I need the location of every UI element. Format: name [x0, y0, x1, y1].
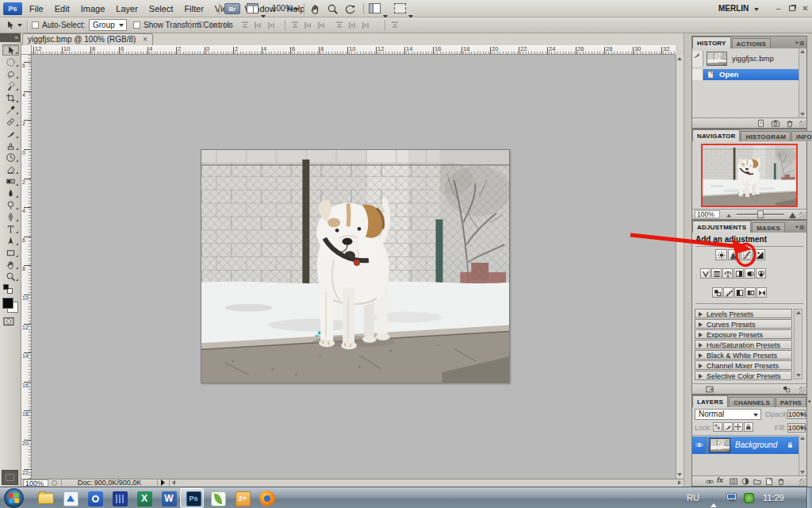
status-zoom-field[interactable]: 100%: [23, 479, 48, 487]
document-tab[interactable]: yiggfjsc.bmp @ 100% (RGB/8) ×: [22, 33, 153, 45]
arrange-documents-icon[interactable]: [247, 3, 259, 13]
invert-adjustment-icon[interactable]: [712, 287, 722, 298]
fill-field[interactable]: 100%: [787, 423, 806, 433]
layer-group-icon[interactable]: [753, 477, 763, 486]
vibrance-adjustment-icon[interactable]: [700, 268, 710, 279]
gradient-map-adjustment-icon[interactable]: [745, 287, 756, 298]
new-document-from-state-icon[interactable]: [756, 119, 767, 128]
tray-clock[interactable]: 11:29: [763, 493, 784, 502]
exposure-adjustment-icon[interactable]: [753, 249, 765, 260]
tab-layers[interactable]: LAYERS: [692, 395, 728, 407]
panel-menu-icon[interactable]: [795, 225, 805, 230]
channel-mixer-adjustment-icon[interactable]: [756, 268, 766, 279]
vertical-scrollbar[interactable]: [676, 55, 684, 479]
photo-filter-adjustment-icon[interactable]: [745, 268, 755, 279]
auto-select-checkbox[interactable]: [32, 21, 39, 29]
preset-4[interactable]: Hue/Saturation Presets: [695, 340, 792, 349]
history-brush-slot[interactable]: [692, 51, 703, 67]
levels-adjustment-icon[interactable]: [728, 249, 740, 260]
rotate-view-icon[interactable]: [344, 3, 356, 15]
taskbar-app-photo-organizer[interactable]: 2+: [233, 490, 252, 507]
antivirus-tray-icon[interactable]: [744, 493, 754, 503]
taskbar-app-nature-app[interactable]: [209, 490, 228, 507]
tool-blur[interactable]: [2, 187, 19, 198]
preset-5[interactable]: Black & White Presets: [695, 350, 792, 360]
tool-rectangle[interactable]: [2, 247, 19, 258]
default-colors-icon[interactable]: [3, 284, 13, 294]
curves-adjustment-icon[interactable]: [741, 249, 753, 260]
navigator-zoom-field[interactable]: 100%: [695, 210, 720, 218]
layer-mask-icon[interactable]: [729, 477, 739, 486]
close-button[interactable]: ✕: [799, 2, 811, 15]
tab-channels[interactable]: CHANNELS: [729, 397, 775, 407]
hidden-icons-button[interactable]: [710, 496, 717, 508]
hand-tool-icon[interactable]: [309, 3, 321, 15]
document-close-icon[interactable]: ×: [143, 35, 147, 44]
group-select[interactable]: Group: [89, 19, 127, 31]
zoom-level-dropdown[interactable]: 100%: [272, 0, 299, 17]
taskbar-app-disc-tool[interactable]: [86, 490, 105, 507]
screen-mode-icon[interactable]: [394, 3, 406, 13]
tool-healing[interactable]: [2, 116, 19, 127]
taskbar-app-explorer[interactable]: [36, 490, 56, 507]
navigator-zoom-thumb[interactable]: [757, 210, 764, 218]
tab-adjustments[interactable]: ADJUSTMENTS: [692, 221, 751, 233]
lock-pixels-icon[interactable]: [723, 422, 733, 432]
tool-brush[interactable]: [2, 128, 19, 139]
lock-position-icon[interactable]: [733, 422, 743, 432]
show-transform-checkbox[interactable]: [133, 21, 140, 29]
view-extras-icon[interactable]: [369, 3, 381, 13]
expanded-view-icon[interactable]: [705, 385, 715, 394]
horizontal-scrollbar[interactable]: [169, 479, 684, 487]
threshold-adjustment-icon[interactable]: [734, 287, 745, 298]
bridge-icon[interactable]: Br: [224, 3, 240, 14]
new-layer-icon[interactable]: [764, 477, 775, 486]
history-brush-slot[interactable]: [692, 69, 703, 80]
opacity-field[interactable]: 100%: [787, 410, 806, 419]
zoom-out-icon[interactable]: [726, 211, 733, 218]
tool-history-brush[interactable]: [2, 152, 19, 163]
display-tray-icon[interactable]: [726, 493, 737, 502]
tab-masks[interactable]: MASKS: [752, 222, 785, 233]
taskbar-app-firefox[interactable]: [258, 490, 277, 507]
color-balance-adjustment-icon[interactable]: [722, 268, 733, 279]
preset-3[interactable]: Exposure Presets: [695, 329, 792, 339]
tool-eraser[interactable]: [2, 164, 19, 175]
black-white-adjustment-icon[interactable]: [733, 268, 744, 279]
layers-scrollbar[interactable]: [799, 435, 806, 475]
link-layers-icon[interactable]: [705, 477, 715, 486]
tool-dodge[interactable]: [2, 199, 19, 210]
lock-transparent-icon[interactable]: [713, 422, 722, 432]
tool-quick-selection[interactable]: [2, 80, 19, 91]
visibility-eye-icon[interactable]: [694, 441, 705, 450]
history-state-row[interactable]: Open: [692, 69, 799, 80]
presets-scrollbar[interactable]: [794, 309, 802, 379]
tool-marquee[interactable]: [2, 56, 19, 67]
delete-layer-icon[interactable]: [776, 477, 787, 486]
tool-clone-stamp[interactable]: [2, 140, 19, 151]
tool-move[interactable]: [2, 44, 19, 56]
start-button[interactable]: [4, 488, 24, 508]
panel-menu-icon[interactable]: [795, 40, 805, 46]
taskbar-app-photoshop[interactable]: Ps: [184, 490, 203, 507]
workspace-switcher[interactable]: MERLIN: [718, 0, 759, 17]
taskbar-app-installer[interactable]: [61, 490, 80, 507]
tool-crop[interactable]: [2, 92, 19, 103]
tools-panel-header[interactable]: »: [0, 33, 21, 42]
history-scrollbar[interactable]: [799, 48, 806, 117]
adjustment-layer-icon[interactable]: [741, 477, 751, 486]
layer-style-icon[interactable]: fx: [717, 476, 723, 484]
taskbar-app-excel[interactable]: X: [135, 490, 154, 507]
selective-color-adjustment-icon[interactable]: [756, 287, 767, 298]
tab-histogram[interactable]: HISTOGRAM: [741, 131, 791, 141]
resize-grip[interactable]: [799, 479, 806, 485]
posterize-adjustment-icon[interactable]: [723, 287, 733, 298]
tray-language[interactable]: RU: [687, 493, 699, 502]
blend-mode-select[interactable]: Normal: [695, 409, 761, 420]
brightness-contrast-adjustment-icon[interactable]: [715, 249, 727, 260]
restore-button[interactable]: [786, 2, 798, 15]
tool-gradient[interactable]: [2, 175, 19, 187]
hue-saturation-adjustment-icon[interactable]: [711, 268, 722, 279]
tool-lasso[interactable]: [2, 68, 19, 79]
tool-hand[interactable]: [2, 259, 19, 270]
